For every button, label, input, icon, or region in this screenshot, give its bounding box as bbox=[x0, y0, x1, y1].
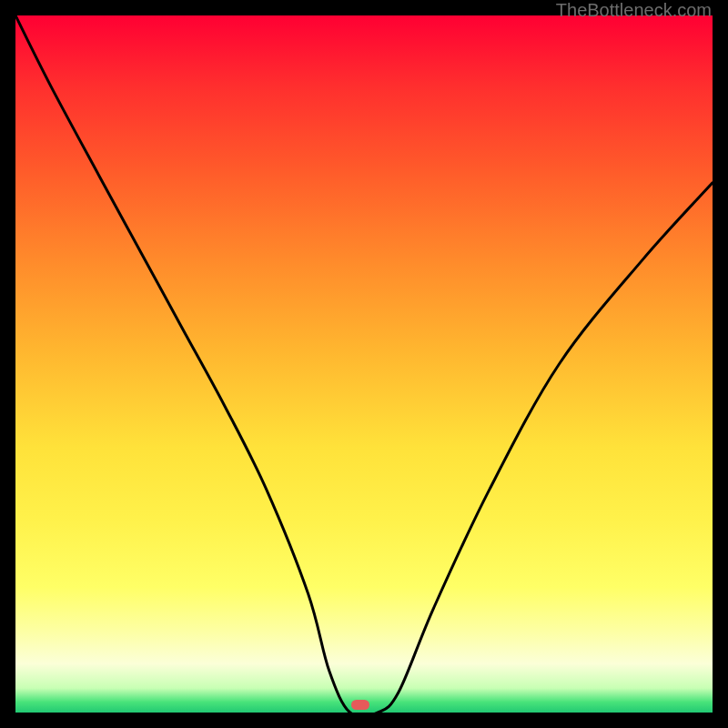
bottleneck-chart: TheBottleneck.com bbox=[0, 0, 728, 728]
optimal-marker bbox=[351, 700, 369, 710]
plot-background bbox=[15, 15, 713, 713]
attribution-watermark: TheBottleneck.com bbox=[556, 0, 712, 21]
